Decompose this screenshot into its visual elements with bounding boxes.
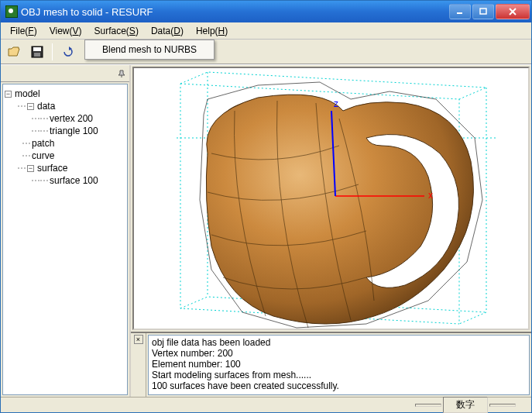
app-window: OBJ mesh to solid - RESURF File(F) View(…: [0, 0, 532, 413]
log-line: Element number: 100: [152, 359, 526, 370]
log-line: 100 surfaces have been created successfu…: [152, 380, 526, 391]
log-line: obj file data has been loaded: [152, 337, 526, 348]
open-button[interactable]: [5, 43, 22, 60]
tree-node-patch[interactable]: ⋯patch: [5, 137, 125, 150]
tree-node-surface-100[interactable]: ⋯⋯surface 100: [5, 174, 125, 187]
menubar: File(F) View(V) Surface(S) Data(D) Help(…: [1, 22, 531, 40]
log-line: Start modeling surfaces from mesh......: [152, 370, 526, 380]
svg-rect-6: [34, 53, 40, 57]
status-numlock: 数字: [443, 397, 488, 413]
menu-data[interactable]: Data(D): [145, 24, 190, 38]
viewport-render: x z: [134, 68, 529, 330]
view-column: x z × obj file data has been loaded Vert…: [131, 65, 531, 397]
status-cell: [489, 404, 516, 407]
app-icon: [5, 5, 18, 18]
menu-help[interactable]: Help(H): [190, 24, 234, 38]
pin-icon[interactable]: [114, 70, 129, 77]
tree-node-surface[interactable]: ⋯−surface: [5, 162, 125, 174]
tree-node-model[interactable]: −model: [5, 88, 125, 100]
floppy-disk-icon: [31, 46, 43, 58]
tree-node-vertex[interactable]: ⋯⋯vertex 200: [5, 112, 125, 125]
x-axis-label: x: [428, 190, 433, 201]
status-cell: [415, 404, 441, 407]
menu-view[interactable]: View(V): [43, 24, 88, 38]
log-output[interactable]: obj file data has been loaded Vertex num…: [148, 335, 530, 395]
minimize-button[interactable]: [449, 4, 471, 19]
z-axis-label: z: [334, 98, 338, 109]
menu-surface[interactable]: Surface(S): [88, 24, 145, 38]
tree-node-triangle[interactable]: ⋯⋯triangle 100: [5, 125, 125, 137]
window-title: OBJ mesh to solid - RESURF: [21, 6, 449, 18]
menu-item-blend-mesh-to-nurbs[interactable]: Blend mesh to NURBS: [87, 42, 212, 57]
surface-menu-dropdown: Blend mesh to NURBS: [84, 40, 215, 60]
tree-node-data[interactable]: ⋯−data: [5, 100, 125, 112]
tree-node-curve[interactable]: ⋯curve: [5, 150, 125, 162]
tree-panel-header: [1, 65, 129, 82]
statusbar: 数字: [1, 397, 531, 412]
undo-icon: [61, 46, 74, 58]
folder-open-icon: [8, 46, 20, 58]
toolbar: [1, 40, 531, 64]
toolbar-separator: [52, 43, 53, 60]
svg-rect-5: [33, 47, 41, 51]
menu-file[interactable]: File(F): [4, 24, 43, 38]
titlebar[interactable]: OBJ mesh to solid - RESURF: [1, 1, 531, 22]
tree-panel: −model ⋯−data ⋯⋯vertex 200 ⋯⋯triangle 10…: [1, 65, 131, 397]
svg-rect-1: [480, 9, 486, 14]
log-panel: × obj file data has been loaded Vertex n…: [131, 332, 531, 397]
main-area: −model ⋯−data ⋯⋯vertex 200 ⋯⋯triangle 10…: [1, 64, 531, 397]
undo-button[interactable]: [59, 43, 76, 60]
log-close-button[interactable]: ×: [134, 335, 143, 344]
model-tree[interactable]: −model ⋯−data ⋯⋯vertex 200 ⋯⋯triangle 10…: [2, 84, 128, 395]
maximize-button[interactable]: [472, 4, 494, 19]
log-close-area: ×: [131, 333, 146, 397]
3d-viewport[interactable]: x z: [132, 67, 530, 330]
close-button[interactable]: [496, 4, 530, 19]
log-line: Vertex number: 200: [152, 348, 526, 359]
save-button[interactable]: [29, 43, 46, 60]
